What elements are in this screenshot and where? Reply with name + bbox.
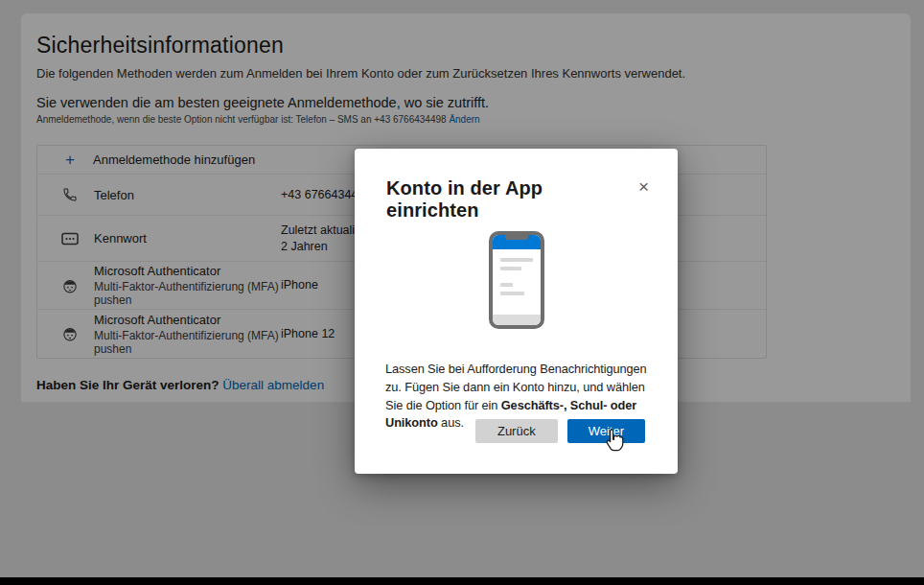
phone-illustration-notch <box>505 235 528 240</box>
setup-account-modal: Konto in der App einrichten × Lassen Sie… <box>355 149 678 474</box>
phone-illustration-footer <box>493 315 541 325</box>
screen-letterbox-bar <box>0 577 924 585</box>
back-button[interactable]: Zurück <box>475 419 558 443</box>
phone-illustration-body <box>489 231 544 329</box>
close-icon[interactable]: × <box>635 177 653 197</box>
phone-illustration-lines <box>493 249 541 295</box>
phone-illustration <box>355 231 678 329</box>
hand-cursor-icon <box>603 428 625 454</box>
modal-title: Konto in der App einrichten <box>386 177 635 222</box>
modal-body-text-end: aus. <box>438 415 464 430</box>
